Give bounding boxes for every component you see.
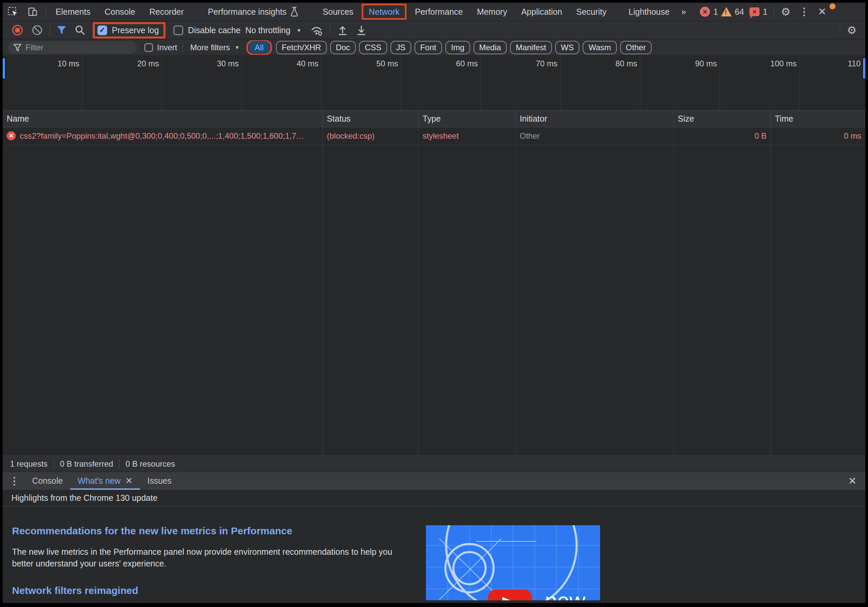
import-har-icon[interactable] — [333, 25, 352, 36]
tab-close-icon[interactable]: ✕ — [125, 476, 133, 486]
filter-funnel-small-icon — [13, 43, 22, 51]
toolbar-divider — [773, 7, 774, 17]
tab-memory[interactable]: Memory — [470, 3, 514, 21]
whats-new-video-thumbnail[interactable]: new — [426, 525, 600, 600]
whats-new-panel: Highlights from the Chrome 130 update Re… — [3, 490, 865, 603]
request-row-time[interactable]: 0 ms — [771, 127, 865, 145]
throttling-select[interactable]: No throttling ▼ — [245, 25, 301, 35]
column-header-status[interactable]: Status — [323, 110, 418, 127]
error-count: 1 — [713, 7, 718, 17]
filter-funnel-icon[interactable] — [53, 25, 71, 35]
request-row-name[interactable]: ✕ css2?family=Poppins:ital,wght@0,300;0,… — [3, 127, 322, 145]
drawer-menu-icon[interactable]: ⋮ — [3, 475, 25, 487]
overview-left-handle[interactable] — [3, 57, 6, 80]
network-settings-gear-icon[interactable]: ⚙ — [843, 25, 861, 36]
tab-network[interactable]: Network — [364, 5, 404, 18]
annotation-network-tab: Network — [362, 4, 406, 20]
tab-application[interactable]: Application — [514, 3, 569, 21]
column-header-time[interactable]: Time — [771, 110, 865, 127]
request-row-status[interactable]: (blocked:csp) — [323, 127, 418, 145]
more-options-icon[interactable]: ⋮ — [795, 7, 814, 17]
close-devtools-icon[interactable]: ✕ — [814, 7, 831, 17]
invert-label: Invert — [157, 43, 177, 52]
column-time: 0 ms — [771, 127, 865, 456]
invert-checkbox[interactable] — [144, 43, 153, 52]
toolbar-divider — [50, 25, 50, 35]
request-row-type[interactable]: stylesheet — [418, 127, 515, 145]
more-tabs-chevron[interactable]: » — [676, 3, 691, 21]
pill-font[interactable]: Font — [415, 41, 442, 54]
timeline-tick: 90 ms — [640, 56, 720, 110]
network-summary-bar: 1 requests 0 B transferred 0 B resources — [3, 456, 865, 472]
column-header-initiator[interactable]: Initiator — [516, 110, 674, 127]
search-icon[interactable] — [71, 25, 90, 36]
timeline-tick: 80 ms — [561, 56, 640, 110]
network-toolbar: ✓ Preserve log Disable cache No throttli… — [3, 22, 865, 40]
tab-console[interactable]: Console — [98, 3, 142, 21]
dropdown-arrow-icon: ▼ — [235, 45, 240, 50]
drawer-close-icon[interactable]: ✕ — [840, 475, 865, 487]
overview-right-handle[interactable] — [862, 57, 865, 80]
annotation-all-pill: All — [246, 40, 272, 55]
timeline-tick: 40 ms — [242, 56, 321, 110]
pill-other[interactable]: Other — [620, 41, 652, 54]
pill-js[interactable]: JS — [391, 41, 411, 54]
warning-count: 64 — [735, 7, 744, 17]
request-table-header: Name Status Type Initiator Size Time — [3, 110, 865, 127]
more-filters-dropdown[interactable]: More filters ▼ — [190, 43, 240, 52]
pill-manifest[interactable]: Manifest — [510, 41, 552, 54]
record-network-log-icon[interactable] — [7, 24, 28, 36]
tab-performance-insights[interactable]: Performance insights — [201, 3, 306, 21]
drawer-tab-whats-new[interactable]: What's new ✕ — [70, 472, 140, 490]
tab-sources[interactable]: Sources — [316, 3, 361, 21]
timeline-tick: 50 ms — [321, 56, 401, 110]
toolbar-divider — [330, 25, 330, 35]
pill-doc[interactable]: Doc — [330, 41, 356, 54]
pill-ws[interactable]: WS — [555, 41, 580, 54]
throttling-value: No throttling — [245, 25, 290, 35]
devtools-window: Elements Console Recorder Performance in… — [0, 0, 868, 607]
pill-fetch-xhr[interactable]: Fetch/XHR — [276, 41, 327, 54]
network-conditions-icon[interactable] — [306, 25, 327, 36]
whats-new-section1-title[interactable]: Recommendations for the new live metrics… — [12, 525, 404, 537]
column-header-size[interactable]: Size — [674, 110, 771, 127]
timeline-tick: 20 ms — [82, 56, 162, 110]
network-overview-timeline[interactable]: 10 ms 20 ms 30 ms 40 ms 50 ms 60 ms 70 m… — [3, 56, 865, 110]
pill-all[interactable]: All — [249, 41, 270, 54]
whats-new-section2-title[interactable]: Network filters reimagined — [12, 585, 404, 596]
warning-badge-icon: ! — [721, 7, 732, 17]
issue-counters[interactable]: ✕ 1 ! 64 ✕ 1 — [700, 7, 767, 17]
error-badge-icon: ✕ — [700, 7, 710, 17]
drawer-tab-console[interactable]: Console — [25, 472, 70, 490]
column-header-type[interactable]: Type — [418, 110, 516, 127]
tab-recorder[interactable]: Recorder — [142, 3, 191, 21]
pill-wasm[interactable]: Wasm — [583, 41, 617, 54]
request-row-size[interactable]: 0 B — [674, 127, 770, 145]
clear-network-log-icon[interactable] — [28, 25, 47, 36]
pill-img[interactable]: Img — [445, 41, 470, 54]
column-header-name[interactable]: Name — [3, 110, 323, 127]
inspect-element-icon[interactable] — [3, 6, 23, 17]
pill-media[interactable]: Media — [474, 41, 507, 54]
tab-lighthouse[interactable]: Lighthouse — [622, 3, 676, 21]
settings-gear-icon[interactable]: ⚙ — [777, 6, 795, 17]
export-har-icon[interactable] — [352, 25, 371, 36]
notification-dot — [829, 3, 835, 9]
preserve-log-label: Preserve log — [112, 25, 159, 35]
tab-elements[interactable]: Elements — [48, 3, 98, 21]
play-button-icon — [488, 590, 532, 600]
filter-input[interactable] — [25, 43, 132, 52]
disable-cache-label: Disable cache — [188, 25, 240, 35]
drawer-tab-issues[interactable]: Issues — [140, 472, 179, 490]
disable-cache-checkbox[interactable] — [174, 25, 183, 35]
pill-css[interactable]: CSS — [359, 41, 387, 54]
tab-security[interactable]: Security — [569, 3, 614, 21]
tab-performance[interactable]: Performance — [408, 3, 470, 21]
request-row-initiator[interactable]: Other — [516, 127, 673, 145]
resource-type-pills: All Fetch/XHR Doc CSS JS Font Img Media … — [246, 41, 652, 54]
drawer-tab-bar: ⋮ Console What's new ✕ Issues ✕ — [3, 472, 865, 490]
timeline-tick: 110 — [800, 56, 865, 110]
preserve-log-checkbox[interactable]: ✓ — [98, 25, 107, 35]
whats-new-section1-body: The new live metrics in the Performance … — [12, 546, 404, 570]
device-toolbar-icon[interactable] — [23, 6, 43, 17]
